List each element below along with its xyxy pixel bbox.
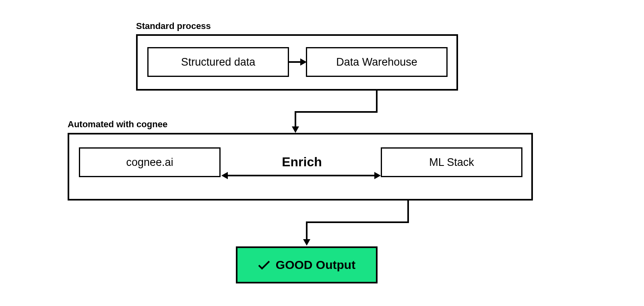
section-standard-process-label: Standard process — [136, 21, 211, 31]
enrich-label: Enrich — [278, 155, 326, 170]
svg-marker-6 — [303, 239, 310, 246]
good-output-label: GOOD Output — [276, 258, 355, 272]
data-warehouse-box: Data Warehouse — [306, 47, 448, 77]
structured-data-box: Structured data — [147, 47, 289, 77]
svg-marker-2 — [292, 126, 299, 133]
good-output-box: GOOD Output — [236, 246, 378, 283]
ml-stack-box: ML Stack — [381, 147, 522, 177]
arrow-right-icon — [289, 62, 305, 62]
section-automated-cognee-label: Automated with cognee — [68, 119, 167, 130]
check-icon — [258, 260, 270, 270]
arrow-bidirectional-icon — [221, 176, 382, 176]
cognee-ai-box: cognee.ai — [79, 147, 221, 177]
